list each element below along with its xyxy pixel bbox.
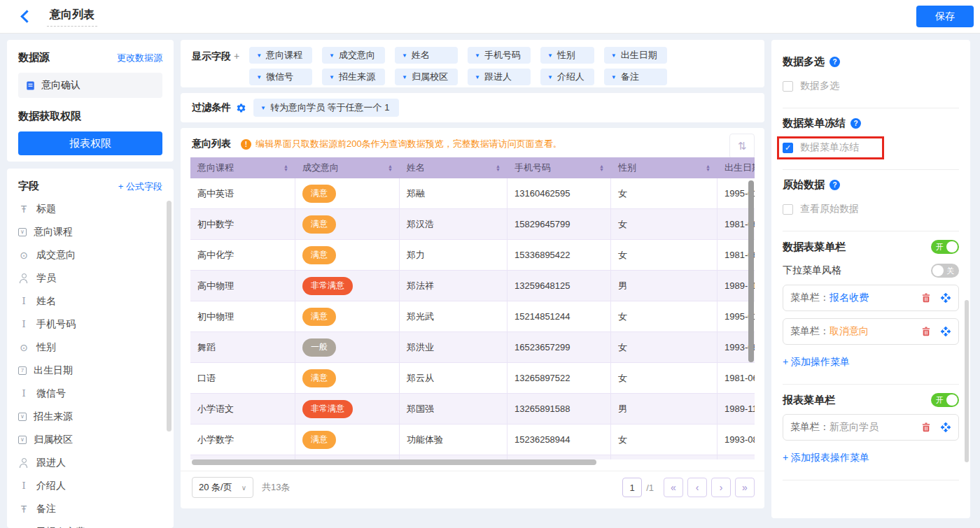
column-header-course[interactable]: 意向课程▲▼ (190, 157, 295, 178)
field-item-birthday[interactable]: 7出生日期 (18, 359, 162, 382)
field-item-title[interactable]: Ŧ标题 (18, 197, 162, 220)
sort-icon[interactable]: ▲▼ (706, 164, 710, 172)
field-item-intent[interactable]: ⊙成交意向 (18, 243, 162, 266)
gear-icon[interactable] (236, 103, 246, 113)
prev-page-button[interactable]: ‹ (687, 478, 707, 497)
chip-label: 介绍人 (557, 71, 584, 83)
column-header-name[interactable]: 姓名▲▼ (400, 157, 507, 178)
chip-source[interactable]: ▼招生来源 (322, 69, 385, 85)
field-item-gender[interactable]: ⊙性别 (18, 336, 162, 359)
filter-condition-chip[interactable]: ▼ 转为意向学员 等于任意一个 1 (253, 99, 399, 117)
help-icon[interactable]: ? (850, 118, 861, 129)
chip-course[interactable]: ▼意向课程 (249, 47, 312, 64)
trash-icon[interactable] (920, 326, 932, 337)
table-row[interactable]: 初中物理 满意 郑光武 15214851244 女 1995-01 (190, 301, 755, 332)
cell-phone: 13259648125 (507, 271, 611, 301)
sort-icon[interactable]: ▲▼ (388, 164, 393, 172)
field-item-course[interactable]: ∨意向课程 (18, 220, 162, 243)
multi-select-checkbox-row[interactable]: 数据多选 (783, 80, 959, 92)
table-row[interactable]: 高中英语 满意 郑融 13160462595 女 1995-01 (190, 178, 755, 209)
report-permission-button[interactable]: 报表权限 (18, 131, 162, 155)
chip-name[interactable]: ▼姓名 (395, 47, 458, 64)
move-icon[interactable] (940, 292, 951, 304)
table-row[interactable]: 初中数学 满意 郑汉浩 15829645799 女 1981-06 (190, 209, 755, 240)
chip-label: 微信号 (266, 71, 293, 83)
chip-referrer[interactable]: ▼介绍人 (540, 69, 594, 85)
field-item-remark[interactable]: Ŧ备注 (18, 497, 162, 520)
table-row[interactable]: 小学语文 非常满意 郑国强 13265891588 男 1989-11 (190, 394, 755, 424)
table-vertical-scrollbar[interactable] (748, 180, 754, 362)
cell-course: 高中物理 (190, 271, 295, 301)
table-row[interactable]: 小学数学 满意 功能体验 15236258944 女 1993-08 (190, 424, 755, 455)
table-row[interactable]: 口语 满意 郑云从 13265897522 女 1981-06 (190, 363, 755, 394)
column-header-birthday[interactable]: 出生日期 (718, 157, 755, 178)
display-fields-panel: 显示字段+ ▼意向课程 ▼成交意向 ▼姓名 ▼手机号码 ▼性别 ▼出生日期 ▼微… (181, 40, 764, 87)
add-display-field-button[interactable]: + (234, 50, 239, 62)
field-item-campus[interactable]: ∨归属校区 (18, 428, 162, 451)
add-table-menu-link[interactable]: + 添加操作菜单 (783, 356, 850, 369)
move-icon[interactable] (940, 422, 951, 433)
chip-remark[interactable]: ▼备注 (604, 69, 667, 85)
field-item-source[interactable]: ∨招生来源 (18, 405, 162, 428)
field-item-phone[interactable]: I手机号码 (18, 313, 162, 336)
chip-intent[interactable]: ▼成交意向 (322, 47, 385, 64)
trash-icon[interactable] (920, 292, 932, 304)
chip-phone[interactable]: ▼手机号码 (468, 47, 531, 64)
add-formula-field-link[interactable]: + 公式字段 (118, 180, 162, 193)
sort-icon[interactable]: ▲▼ (284, 164, 288, 172)
table-row[interactable]: 高中物理 非常满意 郑法祥 13259648125 男 1989-11 (190, 271, 755, 301)
checkbox-unchecked[interactable] (783, 204, 793, 215)
fields-scrollbar[interactable] (167, 201, 172, 431)
table-horizontal-scrollbar[interactable] (192, 459, 596, 465)
first-page-button[interactable]: « (664, 478, 683, 497)
field-item-paid[interactable]: I已报名交费 (18, 520, 162, 528)
chip-gender[interactable]: ▼性别 (540, 47, 594, 64)
back-icon[interactable] (20, 10, 33, 22)
menu-item-enroll-fee[interactable]: 菜单栏： 报名收费 (783, 285, 959, 311)
move-icon[interactable] (940, 326, 951, 337)
intent-badge: 非常满意 (302, 400, 353, 418)
sort-icon[interactable]: ▲▼ (599, 164, 604, 172)
chip-follower[interactable]: ▼跟进人 (468, 69, 531, 85)
table-menu-toggle-on[interactable]: 开 (931, 240, 959, 254)
chip-birthday[interactable]: ▼出生日期 (604, 47, 667, 64)
table-row[interactable]: 高中化学 满意 郑力 15336895422 女 1981-06 (190, 240, 755, 271)
table-row[interactable]: 舞蹈 一般 郑洪业 16523657299 女 1993-08 (190, 332, 755, 363)
field-item-name[interactable]: I姓名 (18, 290, 162, 313)
dropdown-style-toggle-off[interactable]: 关 (931, 264, 959, 278)
checkbox-unchecked[interactable] (783, 81, 793, 92)
settings-scrollbar[interactable] (965, 300, 969, 462)
raw-data-checkbox-row[interactable]: 查看原始数据 (783, 203, 959, 215)
sort-icon[interactable]: ▲▼ (496, 164, 500, 172)
chip-wechat[interactable]: ▼微信号 (249, 69, 312, 85)
help-icon[interactable]: ? (830, 180, 840, 190)
page-size-select[interactable]: 20 条/页 ∨ (192, 477, 253, 498)
change-datasource-link[interactable]: 更改数据源 (117, 52, 162, 64)
save-button[interactable]: 保存 (916, 6, 974, 27)
help-icon[interactable]: ? (830, 57, 840, 67)
field-item-follower[interactable]: 跟进人 (18, 451, 162, 474)
person-icon (18, 273, 29, 283)
column-header-gender[interactable]: 性别▲▼ (611, 157, 718, 178)
page-number-input[interactable]: 1 (622, 478, 642, 497)
report-menu-toggle-on[interactable]: 开 (931, 393, 959, 407)
trash-icon[interactable] (920, 422, 932, 433)
field-item-referrer[interactable]: I介绍人 (18, 474, 162, 497)
field-label: 性别 (36, 341, 56, 354)
field-item-wechat[interactable]: I微信号 (18, 382, 162, 405)
menu-item-new-intent-student[interactable]: 菜单栏： 新意向学员 (783, 414, 959, 441)
field-item-student[interactable]: 学员 (18, 266, 162, 290)
menu-item-cancel-intent[interactable]: 菜单栏： 取消意向 (783, 318, 959, 345)
add-report-menu-link[interactable]: + 添加报表操作菜单 (783, 452, 869, 464)
datasource-item[interactable]: 意向确认 (18, 73, 162, 98)
menu-freeze-checkbox-row[interactable]: ✓ 数据菜单冻结 (783, 141, 959, 154)
cell-gender: 女 (611, 178, 718, 208)
chip-campus[interactable]: ▼归属校区 (395, 69, 458, 85)
column-header-intent[interactable]: 成交意向▲▼ (295, 157, 400, 178)
last-page-button[interactable]: » (735, 478, 755, 497)
sort-order-button[interactable]: ⇅ (729, 134, 755, 159)
column-header-phone[interactable]: 手机号码▲▼ (507, 157, 611, 178)
checkbox-checked[interactable]: ✓ (783, 143, 793, 153)
next-page-button[interactable]: › (711, 478, 731, 497)
field-label: 手机号码 (36, 318, 76, 331)
